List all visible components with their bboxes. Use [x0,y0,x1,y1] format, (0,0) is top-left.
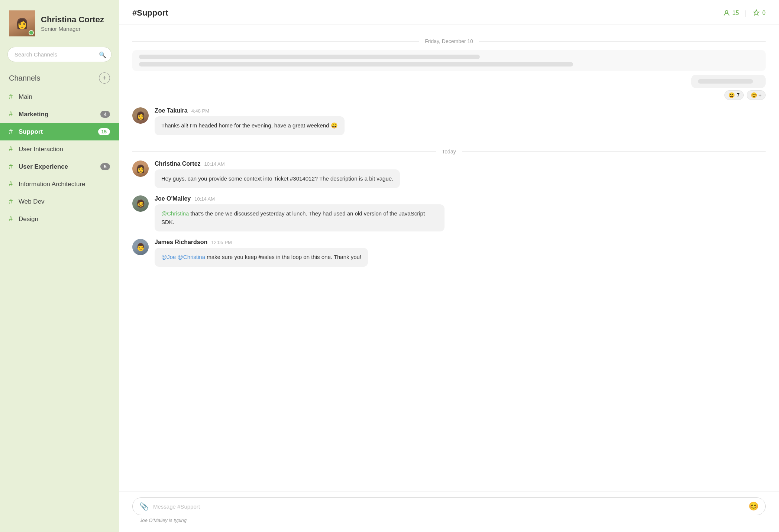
members-icon [723,9,730,17]
emoji-picker-icon[interactable]: 😊 [749,502,759,511]
message-time-joe: 10:14 AM [194,196,215,202]
channel-hash-icon: # [9,93,15,101]
sidebar-item-main[interactable]: # Main [0,88,119,106]
pins-count: 0 [762,10,766,16]
message-content-joe: Joe O'Malley 10:14 AM @Christina that's … [155,195,766,231]
message-header-james: James Richardson 12:05 PM [155,239,766,246]
add-channel-button[interactable]: + [99,72,110,84]
main-chat-area: #Support 15 | 0 Friday, December 10 [119,0,779,532]
date-divider-friday: Friday, December 10 [132,38,766,44]
channel-name: Design [19,215,110,223]
channel-list: # Main # Marketing 4 # Support 15 # User… [0,88,119,228]
message-text-zoe: Thanks all! I'm headed home for the even… [161,122,338,129]
message-bubble-christina: Hey guys, can you provide some context i… [155,169,400,188]
channel-hash-icon: # [9,163,15,171]
channel-hash-icon: # [9,145,15,153]
profile-name: Christina Cortez [41,15,104,25]
ghost-messages-block [132,50,766,71]
sidebar-item-user-interaction[interactable]: # User Interaction [0,140,119,158]
message-content-zoe: Zoe Takuira 4:48 PM Thanks all! I'm head… [155,107,766,135]
date-label-today: Today [442,149,456,155]
reaction-add-button[interactable]: 😊 + [747,90,766,100]
typing-user: Joe O'Malley [140,518,168,523]
message-bubble-james: @Joe @Christina make sure you keep #sale… [155,248,368,267]
typing-indicator: Joe O'Malley is typing [132,515,766,523]
unread-badge: 15 [98,128,110,135]
chat-channel-title: #Support [132,8,168,18]
chat-header: #Support 15 | 0 [119,0,779,25]
search-icon: 🔍 [99,51,106,58]
mention-joe: @Joe [161,254,176,260]
reaction-count: 7 [737,92,740,98]
sidebar: 👩 Christina Cortez Senior Manager 🔍 Chan… [0,0,119,532]
members-count: 15 [733,10,739,16]
unread-badge: 5 [100,163,110,170]
header-divider: | [745,9,747,17]
members-count-item: 15 [723,9,739,17]
message-group-christina: 👩 Christina Cortez 10:14 AM Hey guys, ca… [132,160,766,188]
typing-action: is typing [169,518,187,523]
profile-section: 👩 Christina Cortez Senior Manager [0,0,119,45]
mention-christina-2: @Christina [178,254,205,260]
channel-hash-icon: # [9,110,15,118]
ghost-line [139,55,480,59]
message-group-zoe: 👩 Zoe Takuira 4:48 PM Thanks all! I'm he… [132,107,766,135]
ghost-line [139,62,573,66]
header-meta: 15 | 0 [723,9,766,17]
message-input[interactable] [153,503,744,510]
channel-hash-icon: # [9,128,15,136]
channel-name: Marketing [19,111,97,118]
pin-icon [753,9,760,17]
channel-hash-icon: # [9,215,15,223]
message-time-zoe: 4:48 PM [191,108,209,114]
profile-title: Senior Manager [41,26,104,32]
avatar-james: 👨 [132,239,149,255]
message-author-joe: Joe O'Malley [155,195,191,202]
sidebar-item-support[interactable]: # Support 15 [0,123,119,140]
message-bubble-joe: @Christina that's the one we discussed y… [155,204,445,231]
channel-name: Information Architecture [19,181,110,188]
message-group-james: 👨 James Richardson 12:05 PM @Joe @Christ… [132,239,766,267]
ghost-line [698,79,753,84]
channels-label: Channels [9,74,41,82]
message-bubble-zoe: Thanks all! I'm headed home for the even… [155,116,345,135]
message-time-christina: 10:14 AM [204,161,225,167]
sidebar-item-user-experience[interactable]: # User Experience 5 [0,158,119,175]
profile-info: Christina Cortez Senior Manager [41,15,104,32]
message-time-james: 12:05 PM [211,240,232,245]
channel-hash-icon: # [9,180,15,188]
reaction-laughing[interactable]: 😄 7 [724,90,744,100]
message-header-joe: Joe O'Malley 10:14 AM [155,195,766,202]
message-author-zoe: Zoe Takuira [155,107,188,114]
online-status-indicator [29,30,34,35]
channel-name: Main [19,93,110,101]
sidebar-item-information-architecture[interactable]: # Information Architecture [0,175,119,193]
message-header-christina: Christina Cortez 10:14 AM [155,160,766,167]
message-text-joe: that's the one we discussed yesterday at… [161,210,425,225]
channel-name: User Interaction [19,146,110,153]
avatar-joe: 🧔 [132,195,149,212]
message-group-joe: 🧔 Joe O'Malley 10:14 AM @Christina that'… [132,195,766,231]
sidebar-item-design[interactable]: # Design [0,210,119,228]
channel-name: Support [19,128,94,136]
channel-hash-icon: # [9,198,15,205]
sidebar-item-marketing[interactable]: # Marketing 4 [0,106,119,123]
message-text-james: make sure you keep #sales in the loop on… [207,254,361,260]
message-header-zoe: Zoe Takuira 4:48 PM [155,107,766,114]
message-author-christina: Christina Cortez [155,160,201,167]
avatar-christina: 👩 [132,160,149,177]
date-divider-today: Today [132,149,766,155]
user-avatar-wrapper: 👩 [9,10,35,36]
message-content-james: James Richardson 12:05 PM @Joe @Christin… [155,239,766,267]
avatar-zoe: 👩 [132,107,149,124]
attach-icon[interactable]: 📎 [139,502,149,511]
message-input-area: 📎 😊 Joe O'Malley is typing [119,491,779,532]
channels-header: Channels + [0,69,119,88]
mention-christina: @Christina [161,210,189,217]
messages-area: Friday, December 10 😄 7 😊 + 👩 Zoe Ta [119,25,779,491]
sidebar-item-web-dev[interactable]: # Web Dev [0,193,119,210]
channel-name: User Experience [19,163,97,171]
search-channels-box: 🔍 [7,47,111,62]
search-channels-input[interactable] [7,47,111,62]
pins-count-item: 0 [753,9,766,17]
